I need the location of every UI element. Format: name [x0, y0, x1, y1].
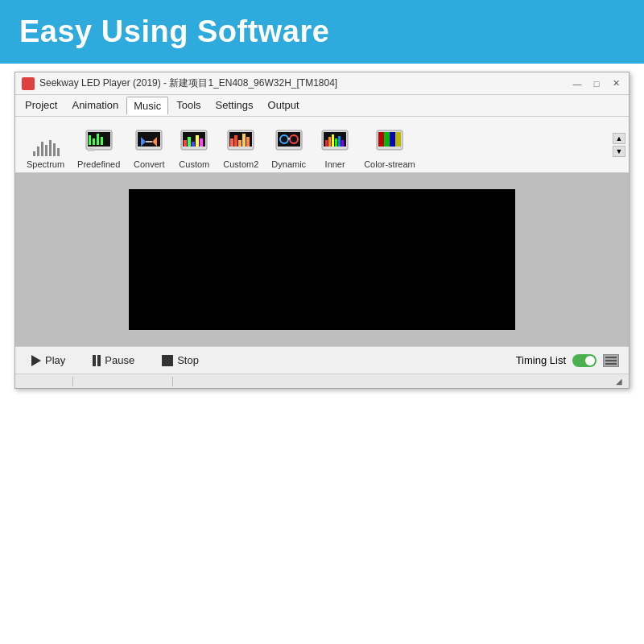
svg-rect-5: [53, 143, 56, 156]
toolbar-navigation: ▲ ▼: [613, 133, 625, 157]
status-text: [22, 377, 24, 386]
minimize-button[interactable]: —: [571, 78, 584, 89]
status-divider: [72, 377, 73, 386]
svg-rect-3: [45, 145, 47, 156]
svg-rect-26: [230, 138, 233, 147]
toolbar-nav-up[interactable]: ▲: [613, 133, 625, 144]
predefined-icon: [85, 129, 114, 158]
svg-rect-13: [101, 137, 103, 145]
svg-rect-4: [49, 140, 52, 156]
title-bar-text: Seekway LED Player (2019) - 新建项目1_EN408_…: [39, 76, 571, 90]
svg-rect-47: [390, 132, 395, 147]
play-label: Play: [45, 354, 65, 366]
svg-rect-28: [238, 140, 242, 147]
toolbar-predefined[interactable]: Predefined: [71, 126, 126, 172]
app-icon: [22, 77, 35, 90]
preview-canvas: [129, 189, 515, 330]
svg-rect-45: [378, 132, 384, 147]
custom-label: Custom: [179, 159, 209, 169]
close-button[interactable]: ✕: [609, 78, 622, 89]
svg-rect-20: [188, 137, 191, 147]
svg-rect-9: [88, 148, 94, 151]
menu-bar: Project Animation Music Tools Settings O…: [15, 95, 629, 117]
timing-toggle[interactable]: [572, 354, 597, 367]
menu-project[interactable]: Project: [19, 97, 64, 114]
svg-rect-37: [325, 140, 328, 147]
status-bar: ◢: [15, 374, 629, 388]
title-bar-controls: — □ ✕: [571, 78, 622, 89]
timing-section: Timing List: [516, 354, 619, 367]
svg-rect-30: [246, 137, 250, 147]
svg-rect-48: [395, 132, 401, 147]
menu-music[interactable]: Music: [126, 97, 168, 115]
svg-rect-41: [338, 136, 341, 147]
svg-rect-12: [97, 134, 99, 145]
colorstream-label: Color-stream: [364, 159, 415, 169]
svg-rect-40: [335, 138, 337, 147]
svg-rect-1: [37, 147, 39, 156]
maximize-button[interactable]: □: [590, 78, 603, 89]
dynamic-icon: [275, 129, 303, 158]
toolbar-convert[interactable]: Convert: [126, 126, 171, 172]
status-text2: [122, 377, 124, 386]
svg-rect-11: [93, 138, 95, 145]
timing-list-icon[interactable]: [603, 354, 619, 367]
stop-button[interactable]: Stop: [155, 352, 205, 369]
play-icon: [31, 355, 41, 366]
toolbar-colorstream[interactable]: Color-stream: [357, 126, 422, 172]
controls-bar: Play Pause Stop Timing List: [15, 346, 629, 374]
convert-label: Convert: [134, 159, 165, 169]
colorstream-icon: [375, 129, 404, 158]
svg-rect-42: [341, 140, 344, 147]
svg-rect-6: [57, 148, 60, 156]
svg-rect-19: [184, 140, 187, 147]
pause-label: Pause: [105, 354, 134, 366]
menu-tools[interactable]: Tools: [170, 97, 207, 114]
dynamic-label: Dynamic: [271, 159, 306, 169]
stop-label: Stop: [177, 354, 199, 366]
menu-animation[interactable]: Animation: [65, 97, 125, 114]
pause-icon: [93, 355, 101, 366]
spectrum-label: Spectrum: [27, 159, 64, 169]
toolbar-custom2[interactable]: Custom2: [217, 126, 265, 172]
toolbar-spectrum[interactable]: Spectrum: [20, 126, 71, 172]
custom2-label: Custom2: [223, 159, 258, 169]
svg-rect-23: [200, 138, 203, 147]
status-divider2: [172, 377, 173, 386]
resize-handle: ◢: [616, 377, 622, 386]
svg-rect-46: [384, 132, 390, 147]
svg-rect-39: [332, 134, 334, 147]
title-bar: Seekway LED Player (2019) - 新建项目1_EN408_…: [15, 72, 629, 95]
play-button[interactable]: Play: [25, 352, 72, 369]
svg-rect-10: [89, 135, 91, 145]
inner-label: Inner: [325, 159, 345, 169]
svg-rect-21: [192, 142, 195, 147]
banner: Easy Using Software: [0, 0, 644, 64]
canvas-area: [15, 173, 629, 346]
predefined-label: Predefined: [77, 159, 120, 169]
toolbar-custom[interactable]: Custom: [171, 126, 217, 172]
svg-rect-38: [328, 137, 331, 147]
inner-icon: [320, 129, 349, 158]
svg-rect-0: [33, 151, 35, 156]
menu-output[interactable]: Output: [262, 97, 306, 114]
custom2-icon: [226, 129, 255, 158]
svg-rect-27: [234, 135, 237, 147]
stop-icon: [162, 355, 173, 366]
svg-rect-22: [196, 135, 199, 147]
svg-rect-29: [242, 134, 246, 147]
convert-icon: [134, 129, 163, 158]
timing-list-label: Timing List: [516, 354, 566, 366]
spectrum-icon: [31, 129, 60, 158]
svg-rect-2: [41, 142, 43, 156]
menu-settings[interactable]: Settings: [209, 97, 260, 114]
toolbar-nav-down[interactable]: ▼: [613, 146, 625, 157]
toolbar-dynamic[interactable]: Dynamic: [265, 126, 312, 172]
custom-icon: [180, 129, 208, 158]
pause-button[interactable]: Pause: [86, 352, 141, 369]
banner-title: Easy Using Software: [19, 14, 329, 48]
toolbar: Spectrum Predefined: [15, 117, 629, 173]
toolbar-inner[interactable]: Inner: [312, 126, 357, 172]
app-window: Seekway LED Player (2019) - 新建项目1_EN408_…: [14, 72, 630, 389]
